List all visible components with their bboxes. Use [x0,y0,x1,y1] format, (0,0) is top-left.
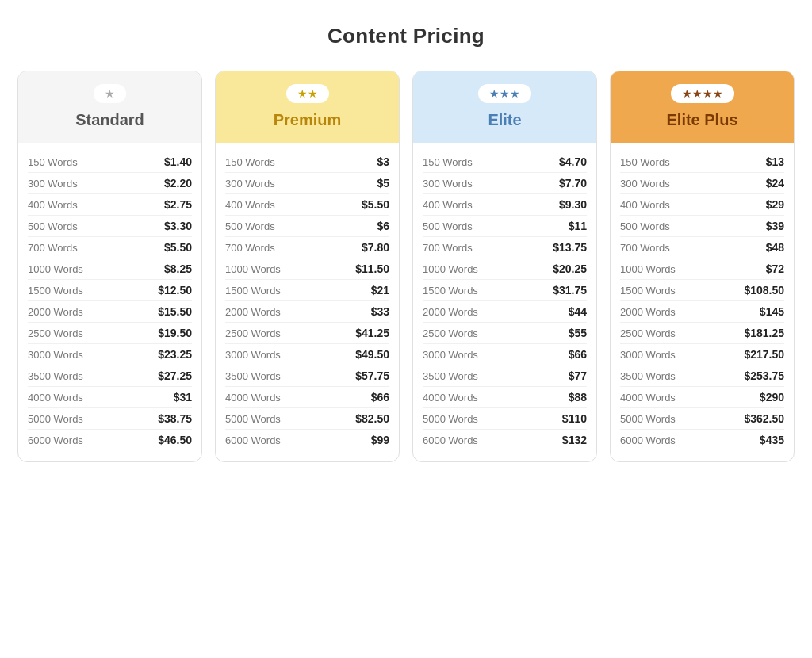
price-value: $23.25 [158,348,192,361]
word-count-label: 150 Words [28,156,78,168]
table-row: 3000 Words$66 [423,344,587,365]
word-count-label: 5000 Words [423,413,478,425]
table-row: 300 Words$5 [225,173,389,194]
table-row: 1000 Words$8.25 [28,258,192,280]
word-count-label: 500 Words [225,220,275,232]
table-row: 1500 Words$108.50 [620,280,784,301]
table-row: 300 Words$2.20 [28,173,192,194]
price-value: $5 [377,177,389,189]
price-value: $108.50 [744,284,784,296]
price-value: $88 [569,391,587,404]
price-value: $29 [766,198,784,211]
word-count-label: 6000 Words [225,434,281,446]
star-icon-elite-plus: ★★★★ [682,87,723,100]
word-count-label: 2000 Words [225,306,281,318]
price-value: $5.50 [164,241,192,254]
table-row: 500 Words$3.30 [28,216,192,237]
word-count-label: 1500 Words [225,285,281,296]
table-row: 2000 Words$15.50 [28,301,192,323]
price-value: $2.20 [164,177,192,189]
table-row: 4000 Words$88 [423,387,587,408]
price-value: $57.75 [355,369,389,382]
word-count-label: 700 Words [620,242,670,254]
word-count-label: 300 Words [423,178,473,189]
price-value: $66 [371,391,389,404]
plan-header-elite-plus: ★★★★Elite Plus [611,71,794,143]
stars-badge-elite: ★★★ [478,84,531,103]
table-row: 3500 Words$57.75 [225,365,389,387]
plan-body-elite-plus: 150 Words$13300 Words$24400 Words$29500 … [611,143,794,461]
star-icon-standard: ★ [105,87,115,100]
table-row: 3500 Words$27.25 [28,365,192,387]
price-value: $31 [174,391,192,404]
table-row: 3500 Words$77 [423,365,587,387]
table-row: 1000 Words$11.50 [225,258,389,280]
price-value: $3.30 [164,220,192,232]
plan-card-elite: ★★★Elite150 Words$4.70300 Words$7.70400 … [412,71,597,462]
price-value: $1.40 [164,155,192,168]
table-row: 2000 Words$44 [423,301,587,323]
price-value: $27.25 [158,369,192,382]
price-value: $132 [562,434,587,446]
word-count-label: 3500 Words [620,370,676,382]
price-value: $6 [377,220,389,232]
word-count-label: 150 Words [620,156,670,168]
table-row: 1000 Words$20.25 [423,258,587,280]
price-value: $7.70 [559,177,587,189]
price-value: $48 [766,241,784,254]
price-value: $49.50 [355,348,389,361]
table-row: 150 Words$13 [620,151,784,173]
table-row: 700 Words$13.75 [423,237,587,258]
price-value: $7.80 [362,241,389,254]
word-count-label: 500 Words [423,220,473,232]
table-row: 400 Words$29 [620,194,784,216]
table-row: 5000 Words$362.50 [620,408,784,430]
stars-badge-premium: ★★ [286,84,329,103]
word-count-label: 5000 Words [620,413,676,425]
price-value: $11 [569,220,587,232]
table-row: 300 Words$24 [620,173,784,194]
word-count-label: 4000 Words [423,392,478,404]
table-row: 5000 Words$110 [423,408,587,430]
price-value: $13 [766,155,784,168]
price-value: $31.75 [553,284,587,296]
table-row: 6000 Words$132 [423,430,587,450]
word-count-label: 1000 Words [423,263,478,275]
stars-badge-standard: ★ [94,84,126,103]
word-count-label: 1000 Words [28,263,83,275]
price-value: $4.70 [559,155,587,168]
word-count-label: 1000 Words [620,263,676,275]
price-value: $82.50 [355,412,389,425]
word-count-label: 400 Words [620,199,670,211]
price-value: $33 [371,305,389,318]
word-count-label: 3500 Words [423,370,478,382]
price-value: $13.75 [553,241,587,254]
price-value: $181.25 [744,327,784,339]
price-value: $253.75 [744,369,784,382]
word-count-label: 3500 Words [225,370,281,382]
word-count-label: 700 Words [423,242,473,254]
table-row: 400 Words$9.30 [423,194,587,216]
star-icon-premium: ★★ [297,87,318,100]
word-count-label: 1500 Words [620,285,676,296]
plan-card-standard: ★Standard150 Words$1.40300 Words$2.20400… [17,71,202,462]
table-row: 6000 Words$46.50 [28,430,192,450]
table-row: 5000 Words$38.75 [28,408,192,430]
word-count-label: 2500 Words [28,327,83,339]
word-count-label: 6000 Words [28,434,83,446]
table-row: 700 Words$48 [620,237,784,258]
word-count-label: 300 Words [620,178,670,189]
table-row: 500 Words$11 [423,216,587,237]
table-row: 6000 Words$435 [620,430,784,450]
price-value: $46.50 [158,434,192,446]
table-row: 2000 Words$145 [620,301,784,323]
word-count-label: 500 Words [620,220,670,232]
price-value: $15.50 [158,305,192,318]
word-count-label: 5000 Words [28,413,83,425]
table-row: 1500 Words$31.75 [423,280,587,301]
word-count-label: 3500 Words [28,370,83,382]
price-value: $362.50 [744,412,784,425]
price-value: $217.50 [744,348,784,361]
word-count-label: 500 Words [28,220,78,232]
plan-body-standard: 150 Words$1.40300 Words$2.20400 Words$2.… [18,143,201,461]
